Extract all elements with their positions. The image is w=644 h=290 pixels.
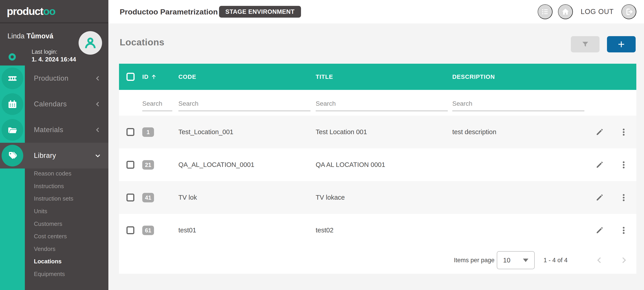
id-badge: 41 (142, 193, 154, 202)
sidebar-item-units[interactable]: Units (0, 205, 108, 218)
pagination-range: 1 - 4 of 4 (544, 247, 586, 274)
sidebar: productoo Linda Tůmová Last login: 1. 4.… (0, 0, 108, 290)
tags-icon[interactable] (2, 145, 23, 166)
search-code-input[interactable] (178, 97, 310, 111)
select-all-checkbox[interactable] (126, 73, 134, 81)
sort-asc-icon (151, 74, 157, 80)
app-root: productoo Linda Tůmová Last login: 1. 4.… (0, 0, 644, 290)
column-header-title[interactable]: TITLE (316, 74, 452, 80)
table-row[interactable]: 61 test01 test02 (119, 214, 636, 247)
environment-badge: STAGE ENVIRONMENT (219, 6, 301, 18)
online-status-icon (8, 53, 16, 60)
conveyor-icon[interactable] (2, 68, 23, 89)
search-id-input[interactable] (142, 97, 172, 111)
app-title: Productoo Parametrization (120, 0, 218, 24)
chevron-left-icon (94, 117, 101, 143)
user-block: Linda Tůmová Last login: 1. 4. 2024 16:4… (0, 25, 108, 66)
cell-title: QA AL LOCATION 0001 (316, 161, 452, 168)
sidebar-item-customers[interactable]: Customers (0, 218, 108, 230)
id-badge: 61 (142, 226, 154, 235)
sidebar-item-instruction-sets[interactable]: Instruction sets (0, 192, 108, 205)
locations-table: ID CODE TITLE DESCRIPTION (119, 64, 636, 274)
last-login-value: 1. 4. 2024 16:44 (32, 56, 76, 63)
column-header-description[interactable]: DESCRIPTION (452, 74, 589, 80)
table-row[interactable]: 41 TV lok TV lokace (119, 181, 636, 214)
id-badge: 21 (142, 160, 154, 170)
sidebar-item-instructions[interactable]: Instructions (0, 180, 108, 193)
chevron-left-icon (596, 256, 603, 264)
cell-title: Test Location 001 (316, 128, 452, 136)
logout-button[interactable] (622, 4, 636, 19)
topbar: Productoo Parametrization STAGE ENVIRONM… (108, 0, 644, 24)
list-icon (541, 8, 549, 16)
previous-page-button[interactable] (594, 255, 605, 266)
kebab-menu-button[interactable] (618, 225, 629, 236)
add-location-button[interactable]: + (607, 36, 636, 52)
kebab-icon (619, 226, 628, 235)
sidebar-item-calendars[interactable]: Calendars (0, 91, 108, 117)
sidebar-item-label: Calendars (34, 91, 67, 117)
id-badge: 1 (142, 128, 154, 137)
column-header-id[interactable]: ID (142, 74, 178, 80)
library-submenu: Reason codes Instructions Instruction se… (0, 167, 108, 280)
plus-icon: + (618, 38, 624, 50)
items-per-page-select[interactable]: 10 (497, 251, 535, 269)
search-description-input[interactable] (452, 97, 584, 111)
row-checkbox[interactable] (126, 226, 134, 234)
column-header-code[interactable]: CODE (178, 74, 316, 80)
sidebar-item-materials[interactable]: Materials (0, 117, 108, 143)
sidebar-item-library[interactable]: Library (0, 143, 108, 168)
logout-label[interactable]: LOG OUT (580, 8, 614, 16)
items-per-page-label: Items per page (454, 247, 494, 274)
logo-text: productoo (7, 5, 55, 18)
sidebar-item-label: Production (34, 66, 68, 91)
chevron-right-icon (620, 256, 628, 264)
row-checkbox[interactable] (126, 128, 134, 136)
home-button[interactable] (558, 4, 573, 19)
sidebar-item-locations[interactable]: Locations (0, 255, 108, 268)
row-checkbox[interactable] (126, 161, 134, 169)
cell-code: Test_Location_001 (178, 128, 316, 136)
content: Locations + ID CODE TITLE DESCRIPTION (108, 24, 644, 290)
edit-button[interactable] (594, 225, 605, 236)
sidebar-item-label: Materials (34, 117, 63, 143)
next-page-button[interactable] (618, 255, 629, 266)
logo[interactable]: productoo (0, 0, 108, 24)
sidebar-item-vendors[interactable]: Vendors (0, 243, 108, 256)
items-per-page-value: 10 (503, 256, 510, 264)
kebab-menu-button[interactable] (618, 160, 629, 170)
filter-funnel-icon (581, 40, 590, 48)
edit-button[interactable] (594, 192, 605, 203)
sidebar-item-equipments[interactable]: Equipments (0, 268, 108, 280)
search-title-input[interactable] (316, 97, 448, 111)
kebab-icon (619, 128, 628, 137)
edit-button[interactable] (594, 160, 605, 170)
kebab-menu-button[interactable] (618, 127, 629, 138)
pencil-icon (595, 226, 604, 235)
page-title: Locations (120, 37, 164, 48)
sidebar-item-production[interactable]: Production (0, 66, 108, 91)
row-checkbox[interactable] (126, 194, 134, 202)
kebab-menu-button[interactable] (618, 192, 629, 203)
chevron-left-icon (94, 91, 101, 117)
cell-title: test02 (316, 226, 452, 234)
table-search-row (119, 90, 636, 116)
logout-icon (624, 8, 633, 16)
cell-code: QA_AL_LOCATION_0001 (178, 161, 316, 168)
list-menu-button[interactable] (538, 4, 552, 19)
chevron-left-icon (94, 66, 101, 91)
sidebar-item-cost-centers[interactable]: Cost centers (0, 230, 108, 243)
cell-title: TV lokace (316, 194, 452, 201)
table-row[interactable]: 1 Test_Location_001 Test Location 001 te… (119, 116, 636, 148)
edit-button[interactable] (594, 127, 605, 138)
sidebar-item-reason-codes[interactable]: Reason codes (0, 167, 108, 180)
avatar[interactable] (78, 31, 102, 55)
table-footer: Items per page 10 1 - 4 of 4 (119, 247, 636, 274)
table-row[interactable]: 21 QA_AL_LOCATION_0001 QA AL LOCATION 00… (119, 148, 636, 181)
folder-open-icon[interactable] (2, 119, 23, 141)
pencil-icon (595, 128, 604, 137)
person-icon (83, 36, 97, 50)
calendar-icon[interactable] (2, 93, 23, 115)
filter-button[interactable] (571, 36, 600, 52)
pencil-icon (595, 160, 604, 170)
